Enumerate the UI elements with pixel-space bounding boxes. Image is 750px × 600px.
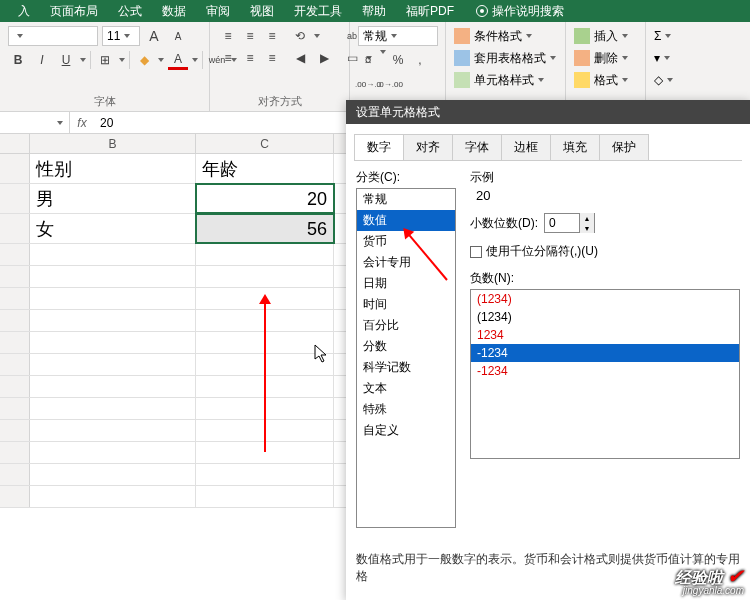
thousands-checkbox[interactable]: 使用千位分隔符(,)(U) — [470, 243, 740, 260]
dialog-tab-border[interactable]: 边框 — [501, 134, 551, 160]
align-right-icon[interactable]: ≡ — [262, 48, 282, 68]
font-size-dropdown[interactable]: 11 — [102, 26, 140, 46]
list-item[interactable]: 自定义 — [357, 420, 455, 441]
dialog-tab-number[interactable]: 数字 — [354, 134, 404, 160]
cell[interactable]: 性别 — [30, 154, 196, 183]
align-middle-icon[interactable]: ≡ — [240, 26, 260, 46]
dialog-tab-fill[interactable]: 填充 — [550, 134, 600, 160]
italic-button[interactable]: I — [32, 50, 52, 70]
chevron-down-icon[interactable] — [158, 58, 164, 62]
list-item[interactable]: (1234) — [471, 290, 739, 308]
list-item[interactable]: 百分比 — [357, 315, 455, 336]
ribbon-tab[interactable]: 福昕PDF — [396, 0, 464, 22]
example-label: 示例 — [470, 169, 740, 186]
spin-up-icon[interactable]: ▲ — [580, 213, 594, 223]
fill-button[interactable]: ▾ — [654, 48, 673, 68]
chevron-down-icon[interactable] — [80, 58, 86, 62]
list-item[interactable]: 特殊 — [357, 399, 455, 420]
ribbon-tab[interactable]: 数据 — [152, 0, 196, 22]
format-as-table-button[interactable]: 套用表格格式 — [454, 48, 556, 68]
ribbon-tab[interactable]: 入 — [8, 0, 40, 22]
list-item[interactable]: -1234 — [471, 344, 739, 362]
list-item[interactable]: 时间 — [357, 294, 455, 315]
delete-icon — [574, 50, 590, 66]
category-listbox[interactable]: 常规 数值 货币 会计专用 日期 时间 百分比 分数 科学记数 文本 特殊 自定… — [356, 188, 456, 528]
decimals-input[interactable] — [545, 216, 579, 230]
indent-dec-button[interactable]: ◀ — [290, 48, 310, 68]
orientation-button[interactable]: ⟲ — [290, 26, 310, 46]
ribbon-tab[interactable]: 页面布局 — [40, 0, 108, 22]
negative-label: 负数(N): — [470, 270, 740, 287]
list-item[interactable]: 常规 — [357, 189, 455, 210]
fill-color-button[interactable]: ◆ — [134, 50, 154, 70]
chevron-down-icon[interactable] — [119, 58, 125, 62]
ribbon-tab[interactable]: 帮助 — [352, 0, 396, 22]
percent-button[interactable]: % — [388, 50, 408, 70]
align-center-icon[interactable]: ≡ — [240, 48, 260, 68]
ribbon-tab[interactable]: 视图 — [240, 0, 284, 22]
format-cells-button[interactable]: 格式 — [574, 70, 628, 90]
dialog-tab-font[interactable]: 字体 — [452, 134, 502, 160]
increase-font-icon[interactable]: A — [144, 26, 164, 46]
name-box[interactable] — [0, 112, 70, 133]
cell-selected[interactable]: 20 — [196, 184, 334, 213]
border-button[interactable]: ⊞ — [95, 50, 115, 70]
decimals-spinner[interactable]: ▲▼ — [544, 213, 595, 233]
align-bottom-icon[interactable]: ≡ — [262, 26, 282, 46]
font-name-dropdown[interactable] — [8, 26, 98, 46]
autosum-button[interactable]: Σ — [654, 26, 673, 46]
conditional-formatting-button[interactable]: 条件格式 — [454, 26, 556, 46]
negative-listbox[interactable]: (1234) (1234) 1234 -1234 -1234 — [470, 289, 740, 459]
comma-button[interactable]: , — [410, 50, 430, 70]
underline-button[interactable]: U — [56, 50, 76, 70]
number-format-dropdown[interactable]: 常规 — [358, 26, 438, 46]
cell-selected[interactable]: 56 — [196, 214, 334, 243]
fx-icon[interactable]: fx — [70, 116, 94, 130]
list-item[interactable]: 分数 — [357, 336, 455, 357]
ribbon-tab[interactable]: 审阅 — [196, 0, 240, 22]
check-icon: ✔ — [727, 565, 744, 587]
list-item[interactable]: -1234 — [471, 362, 739, 380]
align-left-icon[interactable]: ≡ — [218, 48, 238, 68]
row-header[interactable] — [0, 214, 30, 243]
decrease-decimal-button[interactable]: .0→.00 — [380, 74, 400, 94]
tell-me[interactable]: 操作说明搜索 — [476, 3, 564, 20]
row-header[interactable] — [0, 184, 30, 213]
example-value: 20 — [470, 186, 740, 203]
cell[interactable]: 男 — [30, 184, 196, 213]
dialog-tab-align[interactable]: 对齐 — [403, 134, 453, 160]
ribbon-tab[interactable]: 开发工具 — [284, 0, 352, 22]
select-all-corner[interactable] — [0, 134, 30, 153]
column-header[interactable]: B — [30, 134, 196, 153]
font-color-button[interactable]: A — [168, 50, 188, 70]
align-top-icon[interactable]: ≡ — [218, 26, 238, 46]
list-item[interactable]: (1234) — [471, 308, 739, 326]
cell[interactable]: 女 — [30, 214, 196, 243]
decrease-font-icon[interactable]: A — [168, 26, 188, 46]
clear-button[interactable]: ◇ — [654, 70, 673, 90]
category-label: 分类(C): — [356, 170, 400, 184]
cell-style-icon — [454, 72, 470, 88]
list-item[interactable]: 文本 — [357, 378, 455, 399]
insert-cells-button[interactable]: 插入 — [574, 26, 628, 46]
list-item[interactable]: 日期 — [357, 273, 455, 294]
column-header[interactable]: C — [196, 134, 334, 153]
delete-cells-button[interactable]: 删除 — [574, 48, 628, 68]
chevron-down-icon[interactable] — [192, 58, 198, 62]
list-item[interactable]: 1234 — [471, 326, 739, 344]
dialog-tab-protect[interactable]: 保护 — [599, 134, 649, 160]
ribbon-tab-strip: 入 页面布局 公式 数据 审阅 视图 开发工具 帮助 福昕PDF 操作说明搜索 — [0, 0, 750, 22]
ribbon-tab[interactable]: 公式 — [108, 0, 152, 22]
spin-down-icon[interactable]: ▼ — [580, 223, 594, 233]
decimals-label: 小数位数(D): — [470, 215, 538, 232]
bold-button[interactable]: B — [8, 50, 28, 70]
indent-inc-button[interactable]: ▶ — [314, 48, 334, 68]
row-header[interactable] — [0, 154, 30, 183]
increase-decimal-button[interactable]: .00→.0 — [358, 74, 378, 94]
cell[interactable]: 年龄 — [196, 154, 334, 183]
list-item[interactable]: 科学记数 — [357, 357, 455, 378]
currency-button[interactable]: ¤ — [358, 50, 378, 70]
watermark: 经验啦✔ jingyanla.com — [675, 566, 744, 596]
cell-styles-button[interactable]: 单元格样式 — [454, 70, 556, 90]
table-format-icon — [454, 50, 470, 66]
